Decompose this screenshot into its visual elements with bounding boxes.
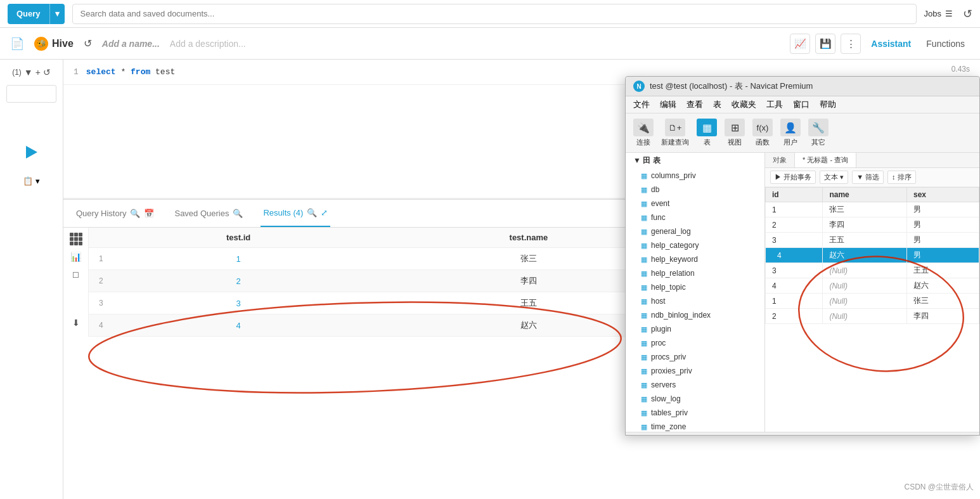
nav-tree-item[interactable]: ▦plugin: [626, 322, 764, 336]
sort-btn[interactable]: ↕ 排序: [887, 171, 916, 184]
table-btn[interactable]: ▦ 表: [697, 119, 717, 147]
nav-tree-item[interactable]: ▦proc: [626, 336, 764, 350]
nav-tree-item[interactable]: ▦host: [626, 294, 764, 308]
more-icon-btn[interactable]: ⋮: [841, 34, 861, 54]
file-icon[interactable]: 📄: [10, 37, 24, 51]
nav-tree-item[interactable]: ▦proxies_priv: [626, 364, 764, 378]
hive-label: 🐝 Hive: [34, 37, 74, 51]
menu-table[interactable]: 表: [713, 99, 721, 110]
nav-data-row[interactable]: 3 王五 男: [766, 233, 979, 248]
nav-tree-item[interactable]: ▦procs_priv: [626, 350, 764, 364]
tree-item-label: db: [651, 185, 659, 194]
nav-data-row[interactable]: 1 张三 男: [766, 202, 979, 217]
nav-cell-id: 1: [766, 294, 823, 309]
history-icon[interactable]: ↺: [84, 37, 92, 49]
nav-data-row[interactable]: 3 (Null) 王五: [766, 263, 979, 278]
nav-cell-sex: 李四: [907, 309, 979, 324]
nav-tree-item[interactable]: ▦columns_priv: [626, 169, 764, 183]
nav-cell-sex: 男: [907, 248, 979, 263]
tree-item-label: func: [651, 213, 666, 222]
text-btn[interactable]: 文本 ▾: [820, 171, 848, 184]
saved-queries-label: Saved Queries: [174, 209, 229, 218]
menu-view[interactable]: 查看: [687, 99, 703, 110]
saved-queries-tab[interactable]: Saved Queries 🔍: [172, 200, 245, 227]
tree-header[interactable]: ▼ 田 表: [626, 153, 764, 169]
table-name: test: [155, 67, 175, 77]
start-transaction-btn[interactable]: ▶ 开始事务: [770, 171, 816, 184]
nav-cell-id: 2: [766, 309, 823, 324]
nav-tree-item[interactable]: ▦help_relation: [626, 266, 764, 280]
download-icon[interactable]: ⬇: [72, 318, 80, 328]
add-desc-field[interactable]: Add a description...: [170, 39, 246, 49]
search-icon-2: 🔍: [233, 209, 243, 218]
menu-edit[interactable]: 编辑: [660, 99, 676, 110]
filter-input[interactable]: [6, 85, 56, 103]
view-btn[interactable]: ⊞ 视图: [725, 119, 745, 147]
add-name-field[interactable]: Add a name...: [102, 39, 160, 49]
left-sidebar: (1) ▼ + ↺ 📋 ▾: [0, 60, 63, 499]
nav-data-row[interactable]: 2 李四 男: [766, 217, 979, 233]
checkbox-icon[interactable]: ☐: [72, 271, 79, 280]
menu-window[interactable]: 窗口: [793, 99, 809, 110]
table-label: 表: [704, 138, 711, 147]
search-input[interactable]: [72, 4, 917, 24]
expand-icon: ⤢: [321, 208, 328, 217]
nav-data-row[interactable]: ▶4 赵六 男: [766, 248, 979, 263]
refresh-icon[interactable]: ↺: [963, 7, 972, 21]
query-dropdown-arrow[interactable]: ▾: [49, 4, 65, 24]
navicat-body: ▼ 田 表 ▦columns_priv▦db▦event▦func▦genera…: [626, 153, 979, 432]
nav-tree-item[interactable]: ▦tables_priv: [626, 406, 764, 420]
other-btn[interactable]: 🔧 其它: [808, 119, 828, 147]
nav-data-table: id name sex 1 张三 男 2 李四 男 3 王五 男 ▶4 赵六 男…: [765, 187, 979, 324]
view-toggle[interactable]: 📋 ▾: [23, 176, 40, 186]
search-icon: 🔍: [130, 209, 140, 218]
nav-tree-item[interactable]: ▦servers: [626, 378, 764, 392]
nav-data-row[interactable]: 1 (Null) 张三: [766, 294, 979, 309]
nav-tree-item[interactable]: ▦general_log: [626, 224, 764, 238]
add-filter-icon[interactable]: +: [35, 67, 41, 77]
run-button[interactable]: [26, 146, 37, 159]
nav-data-row[interactable]: 4 (Null) 赵六: [766, 278, 979, 294]
tree-item-label: servers: [651, 380, 676, 389]
user-btn[interactable]: 👤 用户: [780, 119, 801, 147]
query-history-label: Query History: [76, 209, 126, 218]
new-query-btn[interactable]: 🗋+ 新建查询: [661, 119, 689, 147]
menu-tools[interactable]: 工具: [766, 99, 783, 110]
jobs-button[interactable]: Jobs ☰: [924, 9, 953, 18]
refresh-filter-icon[interactable]: ↺: [43, 67, 51, 77]
nav-cell-name: (Null): [823, 263, 907, 278]
nav-tree-item[interactable]: ▦help_topic: [626, 280, 764, 294]
nav-tree-item[interactable]: ▦slow_log: [626, 392, 764, 406]
nav-tree-item[interactable]: ▦help_category: [626, 238, 764, 252]
nav-tree-item[interactable]: ▦ndb_binlog_index: [626, 308, 764, 322]
query-label: Query: [8, 9, 49, 18]
menu-help[interactable]: 帮助: [820, 99, 836, 110]
assistant-tab[interactable]: Assistant: [866, 39, 916, 49]
menu-favorites[interactable]: 收藏夹: [732, 99, 756, 110]
query-button[interactable]: Query ▾: [8, 4, 65, 24]
nav-tree-item[interactable]: ▦time_zone: [626, 420, 764, 432]
nav-tree-item[interactable]: ▦func: [626, 211, 764, 224]
object-tab[interactable]: 对象: [765, 153, 795, 167]
connect-btn[interactable]: 🔌 连接: [633, 119, 654, 147]
navicat-titlebar: N test @test (localhost) - 表 - Navicat P…: [626, 77, 979, 96]
nav-tree-item[interactable]: ▦event: [626, 197, 764, 211]
menu-file[interactable]: 文件: [633, 99, 650, 110]
table-icon: ▦: [641, 423, 647, 431]
filter-icon[interactable]: ▼: [24, 67, 33, 77]
grid-view-icon[interactable]: [70, 233, 82, 245]
save-icon-btn[interactable]: 💾: [815, 34, 835, 54]
functions-tab[interactable]: Functions: [921, 39, 970, 49]
nav-tree-item[interactable]: ▦help_keyword: [626, 252, 764, 266]
table-icon: ▦: [641, 353, 647, 361]
chart-view-icon[interactable]: 📊: [70, 252, 81, 262]
query-tab[interactable]: * 无标题 - 查询: [795, 153, 856, 167]
func-btn[interactable]: f(x) 函数: [752, 119, 773, 147]
nav-data-row[interactable]: 2 (Null) 李四: [766, 309, 979, 324]
filter-btn[interactable]: ▼ 筛选: [852, 171, 884, 184]
query-history-tab[interactable]: Query History 🔍 📅: [74, 200, 157, 227]
tree-item-label: time_zone: [651, 422, 686, 431]
nav-tree-item[interactable]: ▦db: [626, 183, 764, 197]
trend-icon-btn[interactable]: 📈: [790, 34, 810, 54]
results-tab[interactable]: Results (4) 🔍 ⤢: [261, 200, 330, 227]
